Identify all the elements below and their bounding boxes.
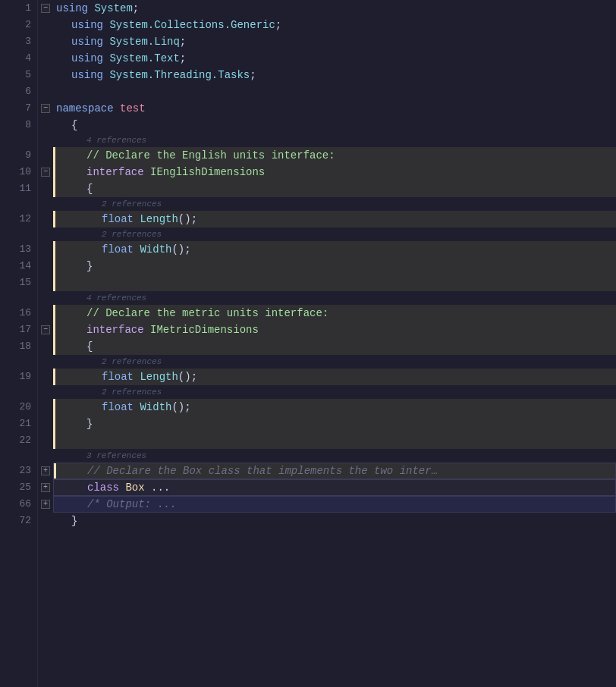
code-line[interactable]: using System; [53, 0, 616, 17]
line-number: 2 [13, 17, 31, 33]
yellow-indicator [53, 416, 55, 432]
token-punc: (); [178, 211, 197, 227]
fold-cell[interactable]: − [39, 100, 52, 117]
fold-cell [39, 258, 52, 274]
fold-cell[interactable]: − [39, 322, 52, 338]
code-line[interactable]: { [53, 117, 616, 133]
token-method: Length [140, 211, 178, 227]
fold-minus-button[interactable]: − [41, 168, 50, 177]
fold-cell [39, 83, 52, 100]
code-line[interactable]: using System.Linq; [53, 33, 616, 50]
code-line[interactable]: interface IMetricDimensions [53, 322, 616, 338]
fold-cell[interactable]: − [39, 164, 52, 180]
token-kw: using [71, 50, 103, 67]
token-kw: using [71, 17, 103, 33]
yellow-indicator [53, 211, 55, 227]
code-line[interactable]: // Declare the English units interface: [53, 147, 616, 164]
ref-hint: 4 references [53, 291, 616, 305]
code-line[interactable] [53, 274, 616, 291]
line-number: 4 [13, 50, 31, 67]
token-comment: // Declare the Box class that implements… [87, 463, 438, 479]
fold-cell [39, 117, 52, 133]
code-line[interactable]: // Declare the Box class that implements… [53, 463, 616, 479]
yellow-indicator [53, 241, 55, 258]
line-number: 15 [13, 274, 31, 291]
fold-minus-button[interactable]: − [41, 4, 50, 13]
code-line[interactable]: using System.Collections.Generic; [53, 17, 616, 33]
fold-cell [39, 241, 52, 258]
token-plain [134, 211, 140, 227]
code-area: 1234567891011121314151617181920212223256… [0, 0, 616, 687]
code-line[interactable] [53, 83, 616, 100]
ref-hint: 2 references [53, 227, 616, 241]
token-kw: using [56, 0, 88, 17]
code-line[interactable]: } [53, 258, 616, 274]
line-number: 9 [13, 147, 31, 164]
code-line[interactable]: interface IEnglishDimensions [53, 164, 616, 180]
code-line[interactable]: using System.Text; [53, 50, 616, 67]
fold-minus-button[interactable]: − [41, 325, 50, 334]
line-number: 66 [13, 496, 31, 513]
token-type: System [94, 0, 132, 17]
yellow-indicator [53, 147, 55, 164]
token-iface: IEnglishDimensions [150, 164, 265, 180]
fold-cell[interactable]: + [39, 463, 52, 479]
code-line[interactable]: } [53, 416, 616, 432]
code-line[interactable]: } [53, 513, 616, 529]
code-line[interactable]: { [53, 338, 616, 355]
token-kw: float [102, 241, 134, 258]
fold-cell[interactable]: + [39, 479, 52, 496]
code-line[interactable]: { [53, 180, 616, 197]
token-kw: float [102, 369, 134, 385]
ref-hint: 3 references [53, 449, 616, 463]
fold-plus-button[interactable]: + [41, 466, 50, 475]
code-line[interactable]: // Declare the metric units interface: [53, 305, 616, 322]
token-punc: ; [180, 50, 186, 67]
token-plain [144, 164, 150, 180]
fold-cell [39, 274, 52, 291]
line-number: 11 [13, 180, 31, 197]
yellow-indicator [53, 369, 55, 385]
fold-cell [39, 147, 52, 164]
line-number: 19 [13, 369, 31, 385]
token-plain [114, 100, 120, 117]
token-punc: ; [250, 67, 256, 83]
line-number: 23 [13, 463, 31, 479]
token-kw: float [102, 211, 134, 227]
token-punc: ; [180, 33, 186, 50]
fold-cell [39, 17, 52, 33]
token-punc: } [71, 513, 77, 529]
code-line[interactable]: float Width(); [53, 241, 616, 258]
token-method: Length [140, 369, 178, 385]
token-method: Width [140, 399, 171, 416]
token-plain [144, 322, 150, 338]
code-line[interactable]: namespace test [53, 100, 616, 117]
token-comment: /* Output: ... [87, 496, 177, 513]
code-line[interactable]: using System.Threading.Tasks; [53, 67, 616, 83]
fold-cell [39, 50, 52, 67]
token-type: System.Threading.Tasks [109, 67, 250, 83]
code-line[interactable]: float Length(); [53, 211, 616, 227]
fold-cell[interactable]: − [39, 0, 52, 17]
fold-gutter: −−−−+++ [38, 0, 53, 687]
line-number: 1 [13, 0, 31, 17]
code-line[interactable] [53, 432, 616, 449]
token-punc: (); [171, 241, 190, 258]
token-cls: Box [125, 479, 144, 496]
yellow-indicator [53, 305, 55, 322]
fold-plus-button[interactable]: + [41, 483, 50, 492]
token-punc: { [86, 180, 93, 197]
yellow-indicator [53, 399, 55, 416]
code-line[interactable]: float Width(); [53, 399, 616, 416]
code-line[interactable]: float Length(); [53, 369, 616, 385]
fold-minus-button[interactable]: − [41, 104, 50, 113]
ref-hint: 4 references [53, 133, 616, 147]
fold-cell [39, 416, 52, 432]
code-line[interactable]: class Box ... [53, 479, 616, 496]
line-number: 14 [13, 258, 31, 274]
code-line[interactable]: /* Output: ... [53, 496, 616, 513]
fold-cell[interactable]: + [39, 496, 52, 513]
fold-plus-button[interactable]: + [41, 500, 50, 509]
yellow-indicator [53, 322, 55, 338]
editor: 1234567891011121314151617181920212223256… [0, 0, 616, 687]
